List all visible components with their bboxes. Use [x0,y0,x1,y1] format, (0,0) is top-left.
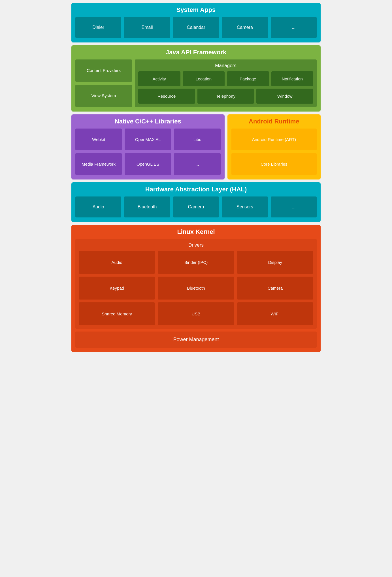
system-apps-layer: System Apps DialerEmailCalendarCamera... [71,3,321,42]
drivers-grid: AudioBinder (IPC)DisplayKeypadBluetoothC… [79,251,313,325]
java-left: Content ProvidersView System [75,59,132,107]
drivers-section: Drivers AudioBinder (IPC)DisplayKeypadBl… [75,239,317,329]
java-content: Content ProvidersView System Managers Ac… [75,59,317,107]
system-app-item: Dialer [75,17,121,38]
native-libs-layer: Native C/C++ Libraries WebkitOpenMAX ALL… [71,114,225,179]
hal-item: Camera [173,196,219,217]
hal-item: Sensors [222,196,268,217]
manager-item: Activity [138,71,180,86]
driver-item: Display [237,251,313,274]
java-left-item: Content Providers [75,59,132,82]
manager-item: Telephony [197,89,254,104]
native-libs-title: Native C/C++ Libraries [75,118,221,125]
system-app-item: Email [124,17,170,38]
runtime-item: Core Libraries [231,153,317,175]
java-api-title: Java API Framework [75,49,317,56]
managers-row1: ActivityLocationPackageNotification [138,71,313,86]
driver-item: Audio [79,251,155,274]
hal-item: Audio [75,196,121,217]
native-lib-item: ... [174,153,220,175]
managers-grid: ActivityLocationPackageNotification Reso… [138,71,313,104]
power-management: Power Management [75,332,317,348]
native-lib-item: OpenGL ES [125,153,171,175]
native-lib-item: OpenMAX AL [125,129,171,150]
hal-layer: Hardware Abstraction Layer (HAL) AudioBl… [71,182,321,222]
system-app-item: Camera [222,17,268,38]
manager-item: Location [183,71,225,86]
native-lib-item: Webkit [75,129,122,150]
android-runtime-layer: Android Runtime Android Runtime (ART)Cor… [227,114,321,179]
driver-item: USB [158,302,234,325]
manager-item: Package [227,71,269,86]
hal-row: AudioBluetoothCameraSensors... [75,196,317,217]
hal-title: Hardware Abstraction Layer (HAL) [75,186,317,193]
hal-item: ... [271,196,317,217]
driver-item: Keypad [79,277,155,300]
native-lib-item: Libc [174,129,220,150]
manager-item: Notification [271,71,314,86]
system-app-item: ... [271,17,317,38]
driver-item: Bluetooth [158,277,234,300]
native-grid: WebkitOpenMAX ALLibcMedia FrameworkOpenG… [75,129,221,175]
managers-row2: ResourceTelephonyWindow [138,89,313,104]
native-runtime-row: Native C/C++ Libraries WebkitOpenMAX ALL… [71,114,321,179]
native-lib-item: Media Framework [75,153,122,175]
linux-kernel-title: Linux Kernel [75,228,317,236]
drivers-title: Drivers [79,242,313,248]
system-apps-row: DialerEmailCalendarCamera... [75,17,317,38]
runtime-item: Android Runtime (ART) [231,129,317,150]
runtime-grid: Android Runtime (ART)Core Libraries [231,129,317,175]
java-api-layer: Java API Framework Content ProvidersView… [71,45,321,112]
android-runtime-title: Android Runtime [231,118,317,125]
manager-item: Resource [138,89,195,104]
manager-item: Window [256,89,313,104]
driver-item: Binder (IPC) [158,251,234,274]
linux-kernel-layer: Linux Kernel Drivers AudioBinder (IPC)Di… [71,225,321,352]
system-apps-title: System Apps [75,6,317,14]
driver-item: WIFI [237,302,313,325]
hal-item: Bluetooth [124,196,170,217]
java-left-item: View System [75,85,132,107]
driver-item: Shared Memory [79,302,155,325]
managers-section: Managers ActivityLocationPackageNotifica… [135,59,317,107]
system-app-item: Calendar [173,17,219,38]
driver-item: Camera [237,277,313,300]
managers-title: Managers [138,63,313,69]
